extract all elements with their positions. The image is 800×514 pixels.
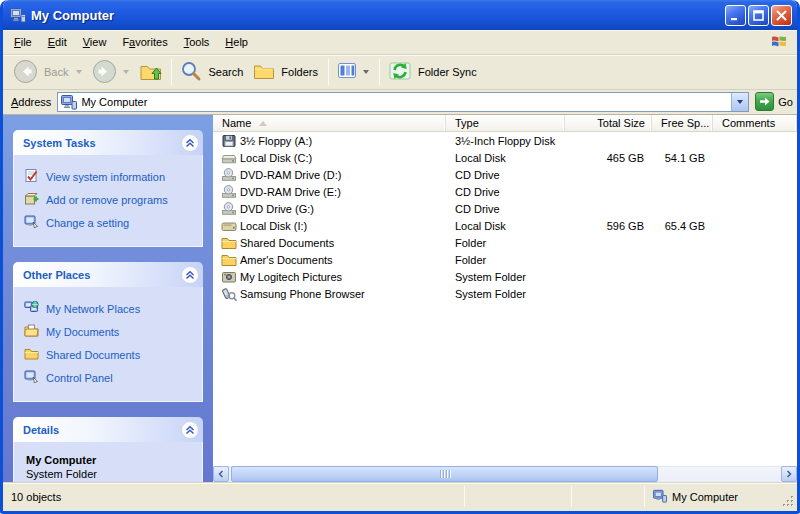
close-button[interactable] <box>771 5 792 26</box>
address-input[interactable]: My Computer <box>57 92 749 112</box>
column-header-name[interactable]: Name <box>213 115 446 131</box>
status-bar: 10 objects My Computer <box>3 482 797 510</box>
my-computer-icon <box>653 489 667 505</box>
status-zone: My Computer <box>645 483 797 510</box>
sidebar-item-change-a-setting[interactable]: Change a setting <box>24 214 196 231</box>
file-list: Name Type Total Size Free Sp... Comments… <box>213 115 797 482</box>
table-row-local-disk-c[interactable]: Local Disk (C:) Local Disk 465 GB 54.1 G… <box>213 149 797 166</box>
details-header[interactable]: Details <box>13 417 203 442</box>
menu-help[interactable]: Help <box>217 33 256 51</box>
maximize-button[interactable] <box>748 5 769 26</box>
titlebar[interactable]: My Computer <box>3 0 797 30</box>
menu-bar: File Edit View Favorites Tools Help <box>3 30 797 55</box>
network-places-icon <box>24 300 39 317</box>
folders-button[interactable]: Folders <box>249 58 324 86</box>
table-row-local-disk-i[interactable]: Local Disk (I:) Local Disk 596 GB 65.4 G… <box>213 217 797 234</box>
scrollbar-track[interactable] <box>229 466 781 482</box>
task-pane: System Tasks View system information <box>3 115 213 482</box>
go-button[interactable] <box>755 92 774 111</box>
cd-drive-icon <box>221 167 237 183</box>
column-headers: Name Type Total Size Free Sp... Comments <box>213 115 797 132</box>
pictures-folder-icon <box>221 269 237 285</box>
system-tasks-panel: System Tasks View system information <box>13 130 203 247</box>
collapse-chevron-icon[interactable] <box>181 134 199 152</box>
up-button[interactable] <box>135 57 167 87</box>
views-button[interactable] <box>333 59 375 85</box>
chevron-left-icon <box>217 470 225 478</box>
back-button[interactable]: Back <box>9 57 88 88</box>
my-documents-icon <box>24 323 39 340</box>
table-row-floppy-a[interactable]: 3½ Floppy (A:) 3½-Inch Floppy Disk <box>213 132 797 149</box>
column-header-comments[interactable]: Comments <box>713 115 797 131</box>
folders-icon <box>253 60 275 84</box>
resize-grip[interactable] <box>782 495 795 508</box>
table-row-shared-documents[interactable]: Shared Documents Folder <box>213 234 797 251</box>
system-tasks-header[interactable]: System Tasks <box>13 130 203 155</box>
up-folder-icon <box>139 59 163 85</box>
my-computer-icon <box>61 94 77 110</box>
collapse-chevron-icon[interactable] <box>181 266 199 284</box>
sidebar-item-control-panel[interactable]: Control Panel <box>24 369 196 386</box>
add-remove-programs-icon <box>24 191 39 208</box>
column-header-type[interactable]: Type <box>446 115 565 131</box>
shared-documents-icon <box>24 346 39 363</box>
details-panel: Details My Computer System Folder <box>13 417 203 482</box>
window-title: My Computer <box>31 8 725 23</box>
windows-logo-icon <box>769 32 789 52</box>
sidebar-item-my-documents[interactable]: My Documents <box>24 323 196 340</box>
search-icon <box>180 60 202 84</box>
chevron-down-icon <box>737 100 743 104</box>
toolbar-separator <box>379 59 380 85</box>
back-dropdown-icon <box>76 70 82 74</box>
toolbar: Back Search Folders <box>3 55 797 90</box>
status-panel-empty <box>465 483 571 510</box>
other-places-header[interactable]: Other Places <box>13 262 203 287</box>
go-area: Go <box>755 92 793 111</box>
forward-button[interactable] <box>88 57 135 88</box>
table-row-samsung-phone-browser[interactable]: Samsung Phone Browser System Folder <box>213 285 797 302</box>
scroll-left-button[interactable] <box>213 466 229 482</box>
menu-view[interactable]: View <box>75 33 115 51</box>
menu-favorites[interactable]: Favorites <box>114 33 175 51</box>
content-area: System Tasks View system information <box>3 115 797 482</box>
menu-tools[interactable]: Tools <box>176 33 218 51</box>
forward-dropdown-icon <box>123 70 129 74</box>
column-header-total-size[interactable]: Total Size <box>565 115 652 131</box>
my-computer-icon <box>10 7 26 23</box>
menu-edit[interactable]: Edit <box>40 33 75 51</box>
address-dropdown-button[interactable] <box>731 93 748 111</box>
scroll-right-button[interactable] <box>781 466 797 482</box>
table-row-amers-documents[interactable]: Amer's Documents Folder <box>213 251 797 268</box>
address-label: Address <box>11 96 51 108</box>
sidebar-item-my-network-places[interactable]: My Network Places <box>24 300 196 317</box>
sidebar-item-shared-documents[interactable]: Shared Documents <box>24 346 196 363</box>
scrollbar-thumb[interactable] <box>231 466 658 482</box>
minimize-button[interactable] <box>725 5 746 26</box>
other-places-panel: Other Places My Network Places <box>13 262 203 402</box>
table-row-dvd-ram-d[interactable]: DVD-RAM Drive (D:) CD Drive <box>213 166 797 183</box>
details-item-name: My Computer <box>26 454 196 466</box>
back-icon <box>13 59 38 86</box>
table-row-dvd-g[interactable]: DVD Drive (G:) CD Drive <box>213 200 797 217</box>
search-button[interactable]: Search <box>176 58 249 86</box>
folder-sync-button[interactable]: Folder Sync <box>384 57 483 87</box>
menu-file[interactable]: File <box>6 33 40 51</box>
column-header-free-space[interactable]: Free Sp... <box>652 115 713 131</box>
folder-icon <box>221 235 237 251</box>
address-value: My Computer <box>81 96 147 108</box>
explorer-window: My Computer File Edit View Favorites Too… <box>0 0 800 514</box>
toolbar-separator <box>171 59 172 85</box>
sidebar-item-add-remove-programs[interactable]: Add or remove programs <box>24 191 196 208</box>
hard-drive-icon <box>221 150 237 166</box>
window-controls <box>725 5 792 26</box>
table-row-my-logitech-pictures[interactable]: My Logitech Pictures System Folder <box>213 268 797 285</box>
table-row-dvd-ram-e[interactable]: DVD-RAM Drive (E:) CD Drive <box>213 183 797 200</box>
chevron-right-icon <box>785 470 793 478</box>
cd-drive-icon <box>221 184 237 200</box>
details-item-type: System Folder <box>26 468 196 480</box>
sidebar-item-view-system-information[interactable]: View system information <box>24 168 196 185</box>
collapse-chevron-icon[interactable] <box>181 421 199 439</box>
horizontal-scrollbar[interactable] <box>213 466 797 482</box>
go-label[interactable]: Go <box>778 96 793 108</box>
folder-icon <box>221 252 237 268</box>
